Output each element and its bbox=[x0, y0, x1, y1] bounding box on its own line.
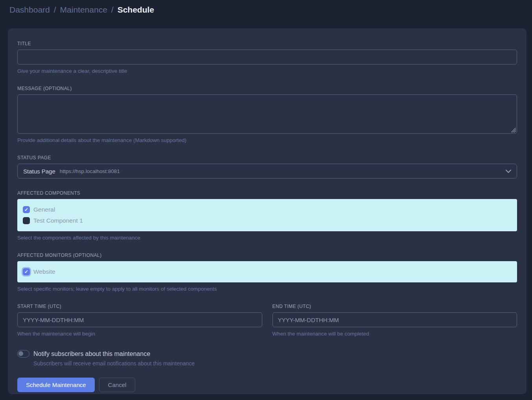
component-option-general[interactable]: ✓ General bbox=[23, 205, 512, 214]
schedule-maintenance-button[interactable]: Schedule Maintenance bbox=[17, 378, 95, 392]
checkbox-icon[interactable]: ✓ bbox=[23, 206, 30, 213]
title-field-group: TITLE Give your maintenance a clear, des… bbox=[17, 41, 517, 74]
breadcrumb-current-schedule: Schedule bbox=[118, 5, 154, 15]
status-page-label: STATUS PAGE bbox=[17, 155, 517, 160]
component-option-label: General bbox=[33, 206, 55, 213]
affected-components-field-group: AFFECTED COMPONENTS ✓ General ✓ Test Com… bbox=[17, 190, 517, 241]
breadcrumb: Dashboard / Maintenance / Schedule bbox=[9, 5, 154, 15]
end-time-helper-text: When the maintenance will be completed bbox=[272, 331, 517, 337]
start-time-helper-text: When the maintenance will begin bbox=[17, 331, 262, 337]
end-time-label: END TIME (UTC) bbox=[272, 304, 517, 309]
affected-components-panel: ✓ General ✓ Test Component 1 bbox=[17, 199, 517, 231]
title-label: TITLE bbox=[17, 41, 517, 46]
time-fields-row: START TIME (UTC) When the maintenance wi… bbox=[17, 304, 517, 337]
affected-components-helper-text: Select the components affected by this m… bbox=[17, 235, 517, 241]
component-option-test-component-1[interactable]: ✓ Test Component 1 bbox=[23, 216, 512, 225]
breadcrumb-separator: / bbox=[54, 5, 56, 15]
monitor-option-website[interactable]: ✓ Website bbox=[23, 267, 512, 276]
monitor-option-label: Website bbox=[33, 268, 55, 275]
message-helper-text: Provide additional details about the mai… bbox=[17, 137, 517, 143]
end-time-field-group: END TIME (UTC) When the maintenance will… bbox=[272, 304, 517, 337]
status-page-field-group: STATUS PAGE Status Page https://hsp.loca… bbox=[17, 155, 517, 179]
message-textarea[interactable] bbox=[17, 94, 517, 134]
status-page-selected-name: Status Page bbox=[23, 168, 55, 175]
top-bar: Dashboard / Maintenance / Schedule bbox=[0, 0, 532, 20]
affected-monitors-panel: ✓ Website bbox=[17, 261, 517, 282]
notify-subscribers-helper-text: Subscribers will receive email notificat… bbox=[33, 360, 517, 367]
affected-components-label: AFFECTED COMPONENTS bbox=[17, 190, 517, 196]
start-time-label: START TIME (UTC) bbox=[17, 304, 262, 309]
notify-subscribers-toggle[interactable] bbox=[17, 350, 29, 358]
checkmark-icon: ✓ bbox=[24, 269, 28, 274]
chevron-down-icon bbox=[506, 170, 511, 173]
schedule-maintenance-form-card: TITLE Give your maintenance a clear, des… bbox=[8, 28, 526, 394]
breadcrumb-separator: / bbox=[111, 5, 114, 15]
breadcrumb-maintenance[interactable]: Maintenance bbox=[60, 5, 107, 15]
status-page-select[interactable]: Status Page https://hsp.localhost:8081 bbox=[17, 164, 517, 179]
title-helper-text: Give your maintenance a clear, descripti… bbox=[17, 68, 517, 74]
checkbox-icon[interactable]: ✓ bbox=[23, 217, 30, 224]
breadcrumb-dashboard[interactable]: Dashboard bbox=[9, 5, 50, 15]
message-label: MESSAGE (OPTIONAL) bbox=[17, 86, 517, 91]
checkmark-icon: ✓ bbox=[24, 207, 28, 212]
affected-monitors-label: AFFECTED MONITORS (OPTIONAL) bbox=[17, 253, 517, 258]
cancel-button[interactable]: Cancel bbox=[99, 378, 136, 392]
status-page-selected-url: https://hsp.localhost:8081 bbox=[60, 168, 120, 174]
notify-subscribers-label: Notify subscribers about this maintenanc… bbox=[33, 350, 150, 358]
message-field-group: MESSAGE (OPTIONAL) Provide additional de… bbox=[17, 86, 517, 143]
start-time-input[interactable] bbox=[17, 312, 262, 327]
toggle-knob bbox=[18, 351, 23, 356]
component-option-label: Test Component 1 bbox=[33, 217, 83, 224]
form-actions: Schedule Maintenance Cancel bbox=[17, 378, 517, 392]
notify-subscribers-block: Notify subscribers about this maintenanc… bbox=[17, 350, 517, 367]
textarea-resize-handle[interactable] bbox=[511, 128, 516, 133]
affected-monitors-field-group: AFFECTED MONITORS (OPTIONAL) ✓ Website S… bbox=[17, 253, 517, 292]
affected-monitors-helper-text: Select specific monitors; leave empty to… bbox=[17, 286, 517, 292]
start-time-field-group: START TIME (UTC) When the maintenance wi… bbox=[17, 304, 262, 337]
end-time-input[interactable] bbox=[272, 312, 517, 327]
checkbox-icon[interactable]: ✓ bbox=[23, 268, 30, 275]
title-input[interactable] bbox=[17, 50, 517, 65]
